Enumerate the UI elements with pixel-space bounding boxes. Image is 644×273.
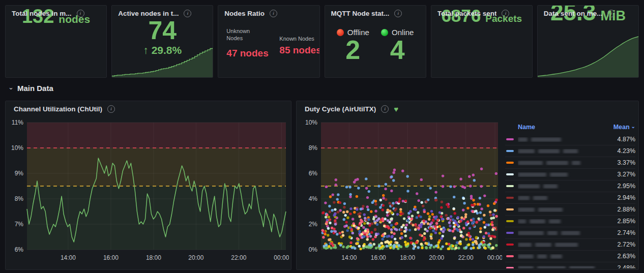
scatter-point[interactable]: [440, 248, 442, 250]
scatter-point[interactable]: [387, 219, 389, 222]
scatter-point[interactable]: [448, 248, 450, 250]
scatter-point[interactable]: [414, 205, 416, 208]
scatter-point[interactable]: [418, 227, 420, 229]
scatter-point[interactable]: [470, 195, 473, 197]
scatter-point[interactable]: [390, 231, 393, 233]
scatter-point[interactable]: [321, 229, 324, 231]
legend-row[interactable]: 2.72%: [505, 239, 635, 251]
scatter-point[interactable]: [344, 214, 346, 217]
info-icon[interactable]: i: [77, 10, 84, 17]
scatter-point[interactable]: [360, 233, 363, 235]
scatter-point[interactable]: [441, 237, 443, 239]
scatter-point[interactable]: [357, 227, 360, 229]
scatter-point[interactable]: [383, 225, 386, 227]
scatter-point[interactable]: [378, 245, 380, 247]
scatter-point[interactable]: [328, 238, 330, 241]
scatter-point[interactable]: [469, 238, 472, 240]
scatter-point[interactable]: [436, 219, 439, 221]
scatter-point[interactable]: [393, 232, 395, 235]
scatter-point[interactable]: [429, 223, 431, 226]
scatter-point[interactable]: [492, 217, 495, 219]
scatter-point[interactable]: [368, 224, 371, 227]
scatter-point[interactable]: [385, 198, 387, 201]
legend-row[interactable]: 4.23%: [505, 145, 635, 157]
scatter-point[interactable]: [478, 244, 480, 247]
legend-row[interactable]: 2.63%: [505, 251, 635, 262]
scatter-point[interactable]: [465, 238, 467, 240]
scatter-point[interactable]: [448, 229, 451, 232]
scatter-point[interactable]: [491, 224, 493, 226]
scatter-point[interactable]: [422, 220, 425, 222]
scatter-point[interactable]: [380, 219, 383, 221]
scatter-point[interactable]: [472, 199, 475, 201]
scatter-point[interactable]: [438, 211, 441, 214]
scatter-point[interactable]: [447, 217, 449, 220]
scatter-point[interactable]: [434, 191, 437, 193]
scatter-point[interactable]: [366, 222, 369, 224]
scatter-point[interactable]: [442, 230, 445, 233]
scatter-point[interactable]: [473, 179, 476, 181]
scatter-point[interactable]: [398, 200, 400, 203]
scatter-point[interactable]: [389, 247, 392, 249]
scatter-point[interactable]: [342, 211, 345, 214]
scatter-point[interactable]: [335, 184, 337, 186]
info-icon[interactable]: i: [607, 10, 615, 17]
scatter-point[interactable]: [493, 209, 496, 211]
scatter-point[interactable]: [325, 186, 328, 188]
scatter-point[interactable]: [469, 185, 472, 187]
scatter-point[interactable]: [394, 228, 396, 230]
scatter-point[interactable]: [405, 224, 408, 226]
scatter-point[interactable]: [412, 224, 414, 226]
scatter-point[interactable]: [325, 244, 328, 247]
scatter-point[interactable]: [368, 190, 370, 193]
scatter-point[interactable]: [374, 235, 376, 238]
scatter-point[interactable]: [485, 224, 488, 226]
scatter-point[interactable]: [322, 211, 325, 214]
scatter-point[interactable]: [453, 237, 456, 239]
scatter-point[interactable]: [462, 209, 464, 211]
scatter-point[interactable]: [472, 238, 474, 240]
scatter-point[interactable]: [391, 235, 393, 237]
scatter-point[interactable]: [400, 232, 403, 235]
scatter-point[interactable]: [480, 207, 483, 210]
scatter-point[interactable]: [423, 210, 426, 213]
scatter-point[interactable]: [475, 210, 477, 213]
scatter-point[interactable]: [440, 206, 443, 208]
scatter-point[interactable]: [339, 201, 341, 204]
scatter-point[interactable]: [330, 242, 333, 245]
scatter-point[interactable]: [406, 242, 409, 245]
scatter-point[interactable]: [363, 222, 366, 225]
scatter-point[interactable]: [420, 243, 423, 246]
scatter-point[interactable]: [468, 175, 471, 178]
scatter-point[interactable]: [365, 187, 368, 190]
scatter-point[interactable]: [430, 210, 433, 213]
scatter-point[interactable]: [349, 241, 352, 244]
scatter-point[interactable]: [409, 210, 412, 213]
scatter-point[interactable]: [366, 205, 369, 208]
scatter-point[interactable]: [331, 209, 334, 211]
scatter-point[interactable]: [462, 218, 465, 220]
scatter-point[interactable]: [418, 199, 420, 202]
scatter-point[interactable]: [422, 205, 424, 207]
scatter-point[interactable]: [442, 174, 444, 177]
scatter-point[interactable]: [350, 228, 353, 231]
legend-row[interactable]: 2.94%: [505, 192, 635, 204]
scatter-point[interactable]: [441, 201, 443, 203]
scatter-point[interactable]: [452, 207, 455, 210]
scatter-point[interactable]: [392, 179, 395, 181]
scatter-point[interactable]: [491, 221, 493, 223]
scatter-point[interactable]: [406, 219, 409, 222]
scatter-point[interactable]: [423, 232, 426, 235]
scatter-point[interactable]: [411, 218, 413, 220]
scatter-point[interactable]: [398, 198, 401, 200]
scatter-point[interactable]: [423, 238, 425, 241]
scatter-point[interactable]: [477, 203, 479, 205]
scatter-point[interactable]: [442, 245, 444, 248]
scatter-point[interactable]: [345, 221, 347, 223]
scatter-point[interactable]: [475, 236, 478, 238]
scatter-point[interactable]: [457, 247, 460, 249]
scatter-point[interactable]: [416, 216, 418, 219]
scatter-point[interactable]: [396, 213, 399, 216]
scatter-point[interactable]: [440, 215, 443, 218]
scatter-point[interactable]: [455, 244, 457, 247]
